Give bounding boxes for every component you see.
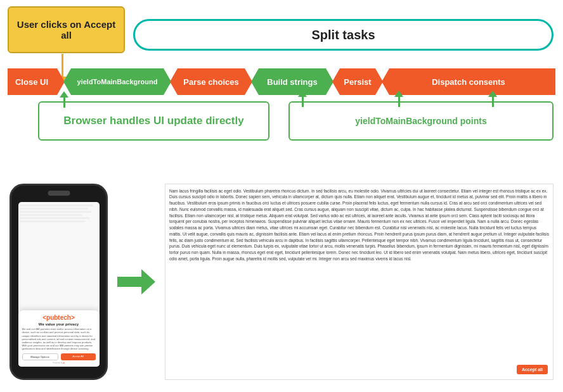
pipeline-row: Close UI yieldToMainBackground Parse cho… [8,68,555,95]
pipeline-build-strings: Build strings [251,68,333,95]
consent-buttons: Manage Options Accept All [22,353,96,360]
text-accept-btn[interactable]: Accept all [517,365,548,374]
pipeline-parse-choices: Parse choices [170,68,252,95]
arrow-up-browser-icon [63,96,65,108]
arrow-up-1-icon [302,96,304,107]
consent-footer: Powered by ■ [22,362,96,364]
text-content-block: Nam lacus fringilla facilisis ac eget od… [165,184,553,380]
accept-all-button[interactable]: Accept All [61,353,96,360]
lorem-text: Nam lacus fringilla facilisis ac eget od… [169,188,549,262]
pipeline-persist: Persist [332,68,383,95]
user-clicks-label: User clicks on Accept all [13,19,120,41]
split-tasks-label: Split tasks [311,28,375,42]
green-arrow-icon [117,269,155,294]
svg-marker-0 [117,269,155,294]
yield-points-text: yieldToMainBackground points [355,116,486,126]
phone-notch [48,191,70,196]
split-tasks-oval: Split tasks [133,19,553,51]
pipeline-yield-bg: yieldToMainBackground [63,68,171,95]
user-clicks-box: User clicks on Accept all [8,6,125,53]
bottom-section: <pubtech> We value your privacy We and o… [0,171,563,392]
pipeline-dispatch-consents: Dispatch consents [382,68,555,95]
pipeline-close-ui: Close UI [8,68,65,95]
consent-title: We value your privacy [22,322,96,326]
browser-handles-text: Browser handles UI update directly [63,115,243,127]
arrow-up-2-icon [398,96,400,107]
top-section: User clicks on Accept all Split tasks Cl… [0,0,563,171]
yield-points-box: yieldToMainBackground points [288,101,553,141]
arrow-up-3-icon [492,96,494,107]
consent-body: We and our IAB partners store and/or acc… [22,327,96,350]
phone-screen: <pubtech> We value your privacy We and o… [18,202,100,367]
phone-mockup: <pubtech> We value your privacy We and o… [10,184,108,380]
consent-dialog: <pubtech> We value your privacy We and o… [18,310,100,366]
manage-options-button[interactable]: Manage Options [22,353,58,360]
browser-handles-box: Browser handles UI update directly [38,101,269,141]
consent-logo: <pubtech> [22,314,96,321]
